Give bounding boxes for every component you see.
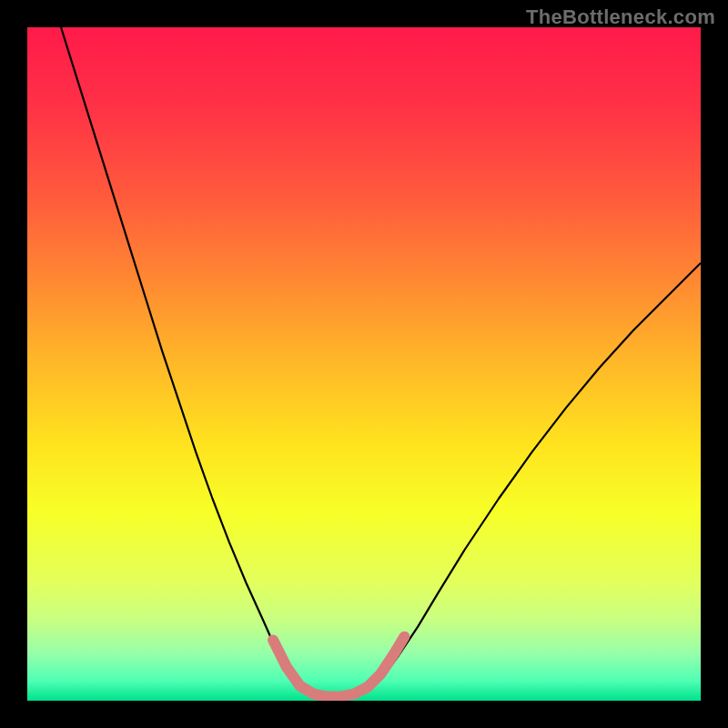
plot-area [27,27,701,701]
chart-frame: TheBottleneck.com [0,0,728,728]
plot-svg [27,27,701,701]
gradient-background [27,27,701,701]
watermark-text: TheBottleneck.com [526,5,715,29]
